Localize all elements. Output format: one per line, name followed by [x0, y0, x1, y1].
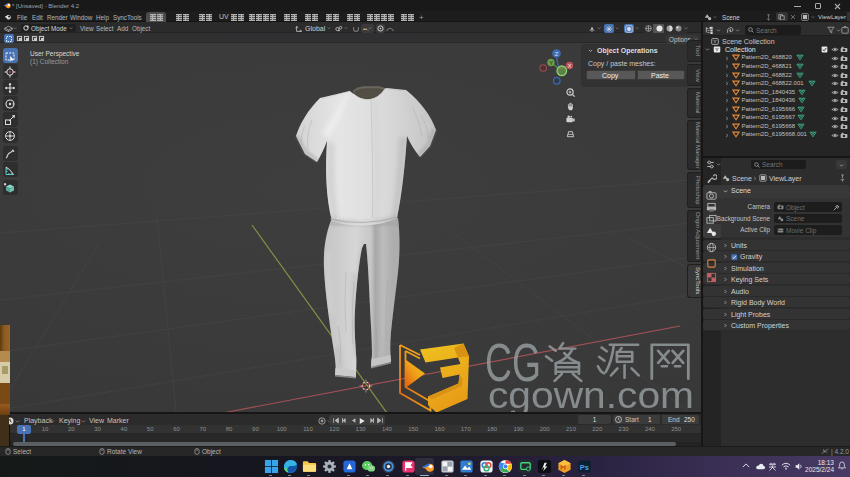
- svg-text:Y: Y: [549, 60, 553, 66]
- svg-text:cgown.com: cgown.com: [488, 374, 694, 412]
- svg-text:Z: Z: [555, 51, 559, 57]
- svg-text:X: X: [568, 63, 572, 69]
- svg-text:Ps: Ps: [580, 462, 589, 471]
